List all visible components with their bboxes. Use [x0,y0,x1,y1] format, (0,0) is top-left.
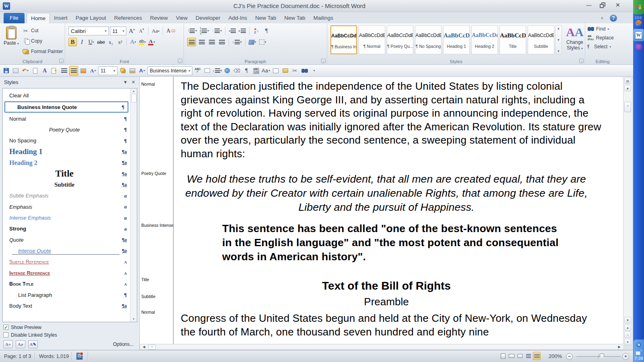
zoom-in-icon[interactable]: + [622,353,629,360]
paragraph-dialog-launcher[interactable]: ⌟ [321,59,326,63]
style-item-clear-all[interactable]: Clear All [3,90,130,101]
disable-linked-styles-checkbox[interactable]: Disable Linked Styles [3,331,57,338]
format-painter-button[interactable]: Format Painter [23,47,63,56]
tab-file[interactable]: File [4,13,25,23]
style-gallery-up-icon[interactable]: ▲ [557,27,560,30]
numbering-button[interactable]: 123▾ [199,27,210,35]
bold-button[interactable]: B [68,38,77,46]
style-item-intense-quote[interactable]: Intense Quote¶a [3,245,130,256]
align-left-button[interactable] [187,38,196,46]
page-indicator[interactable]: Page: 1 of 3 [0,350,35,362]
style-item-strong[interactable]: Stronga [3,223,130,234]
style-card-subtitle[interactable]: AaBbCcDdEeSubtitle [528,25,554,54]
style-card-normal[interactable]: AaBbCcDdEe¶ Normal [359,25,385,54]
grow-font-button[interactable]: A▴ [128,27,136,35]
line-spacing-button[interactable]: ↕▾ [231,38,243,46]
show-preview-checkbox[interactable]: ✓Show Preview [3,324,57,331]
style-item-normal[interactable]: Normal¶ [3,113,130,124]
font-dialog-launcher[interactable]: ⌟ [178,59,182,63]
shrink-font-button[interactable]: A▾ [137,27,146,35]
start-button[interactable] [633,0,644,14]
zoom-level[interactable]: 200% [549,350,562,362]
styles-list-scrollbar[interactable]: ▲▼ [130,88,137,322]
borders-button[interactable]: ▾ [258,38,267,46]
style-item-business-intense-quote[interactable]: Business Intense Quote¶ [4,101,128,113]
web-button[interactable] [223,66,232,76]
font-dialog-button[interactable]: A [40,66,49,76]
scroll-up-icon[interactable]: ▲ [624,85,631,91]
find-button[interactable]: Find▾ [588,26,614,32]
cut-toolbar-button[interactable]: ✂ [291,66,299,76]
scroll-right-icon[interactable]: ▶ [616,345,622,350]
highlight-button[interactable]: ab▾ [138,38,147,46]
style-item-list-paragraph[interactable]: List Paragraph¶ [3,290,130,300]
tab-mailings[interactable]: Mailings [310,13,338,23]
fullscreen-reading-view-button[interactable] [508,352,515,360]
pilcrow-toolbar-button[interactable]: ¶ [242,66,251,76]
close-button[interactable]: ✕ [612,1,623,9]
style-combo-toolbar[interactable]: Business Intense▾ [147,66,192,75]
style-item-quote[interactable]: Quote¶a [3,234,130,245]
justify-toolbar-button[interactable] [60,66,68,76]
eraser-button[interactable]: ⌫ [233,66,242,76]
font-color-toolbar-button[interactable]: A▾ [89,66,97,76]
change-case-toolbar-button[interactable]: Aa▾ [262,66,270,76]
tab-home[interactable]: Home [27,13,50,23]
undo-button[interactable]: ↶▾ [21,66,30,76]
vertical-scrollbar[interactable]: ▤ ▲ ▼ ▲ ○ ▼ [623,77,632,344]
style-item-intense-emphasis[interactable]: Intense Emphasisa [3,212,130,223]
web-layout-view-button[interactable] [516,352,524,360]
picture-button2[interactable] [128,66,137,76]
document-canvas[interactable]: The Declaration justified the independen… [174,77,623,344]
superscript-button[interactable]: x² [116,38,124,46]
tab-references[interactable]: References [110,13,146,23]
style-card-business-intense[interactable]: AaBbCcDdEe¶ Business In... [330,25,357,54]
next-page-icon[interactable]: ▼ [624,339,631,345]
insert-table-button[interactable] [271,66,280,76]
print-preview-button[interactable] [11,66,20,76]
tab-view[interactable]: View [172,13,192,23]
style-card-title[interactable]: AaBbCcDTitle [500,25,526,54]
align-center-button[interactable] [197,38,206,46]
style-item-no-spacing[interactable]: No Spacing¶ [3,135,130,146]
style-item-body-text[interactable]: Body Text¶a [3,300,130,311]
proofing-status[interactable] [72,350,87,362]
align-left-toolbar-button[interactable] [69,66,78,76]
style-card-no-spacing[interactable]: AaBbCcDdEe¶ No Spacing [415,25,442,54]
taskbar-firefox-icon[interactable] [634,19,643,28]
outline-view-button[interactable] [524,352,532,360]
style-item-heading2[interactable]: Heading 2¶a [3,157,130,168]
insert-picture-button[interactable] [79,66,88,76]
style-item-intense-reference[interactable]: Intense Referencea [3,267,130,278]
line-spacing-toolbar-button[interactable]: ↕▾ [213,66,222,76]
change-case-button[interactable]: Aa▾ [151,27,160,35]
format-painter-toolbar-button[interactable] [118,66,127,76]
increase-indent-button[interactable]: ▸ [238,27,247,35]
styles-scroll-thumb[interactable] [131,94,136,103]
find-toolbar-button[interactable] [300,66,309,76]
clear-formatting-button[interactable]: A⌫ [165,27,176,35]
font-family-combo[interactable]: Calibri▾ [68,27,109,35]
bullets-button[interactable]: ⁝▾ [187,27,198,35]
zoom-out-icon[interactable]: − [566,353,573,360]
cut-button[interactable]: ✂Cut [23,27,63,35]
manage-styles-button[interactable]: A✎ [28,340,38,348]
tab-review[interactable]: Review [146,13,172,23]
show-paragraph-marks-button[interactable]: ¶ [262,27,271,35]
style-item-subtle-emphasis[interactable]: Subtle Emphasisa [3,190,130,201]
style-item-heading1[interactable]: Heading 1¶a [3,146,130,157]
vertical-scroll-thumb[interactable] [624,102,631,112]
align-right-button[interactable] [207,38,216,46]
new-document-button[interactable] [31,66,39,76]
taskbar-word-button[interactable]: W [634,29,644,41]
clipboard-dialog-launcher[interactable]: ⌟ [59,59,64,63]
word-count[interactable]: Words: 1,019 [35,350,73,362]
horizontal-scrollbar[interactable]: ◀ ▶ [140,344,623,350]
restore-button[interactable] [598,1,609,9]
taskbar-app-icon[interactable] [634,43,643,51]
copy-button[interactable]: Copy [23,37,63,45]
sort-button[interactable]: AZ↓ [252,27,261,35]
style-item-poetry-quote[interactable]: Poetry Quote¶ [3,124,130,135]
decrease-indent-button[interactable]: ◂ [228,27,237,35]
tab-new-tab-2[interactable]: New Tab [280,13,309,23]
